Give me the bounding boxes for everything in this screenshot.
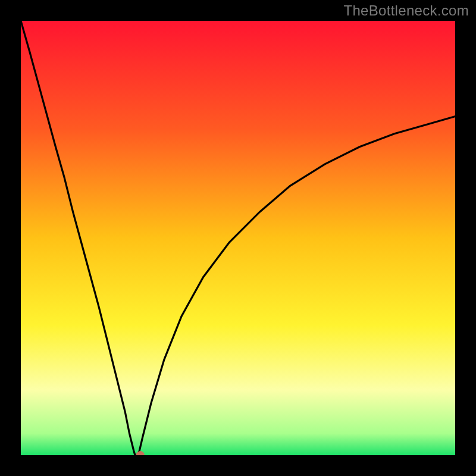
chart-frame: TheBottleneck.com <box>0 0 476 476</box>
chart-svg <box>21 21 455 455</box>
watermark-text: TheBottleneck.com <box>343 2 469 19</box>
chart-plot-area <box>21 21 455 455</box>
chart-background-gradient <box>21 21 455 455</box>
